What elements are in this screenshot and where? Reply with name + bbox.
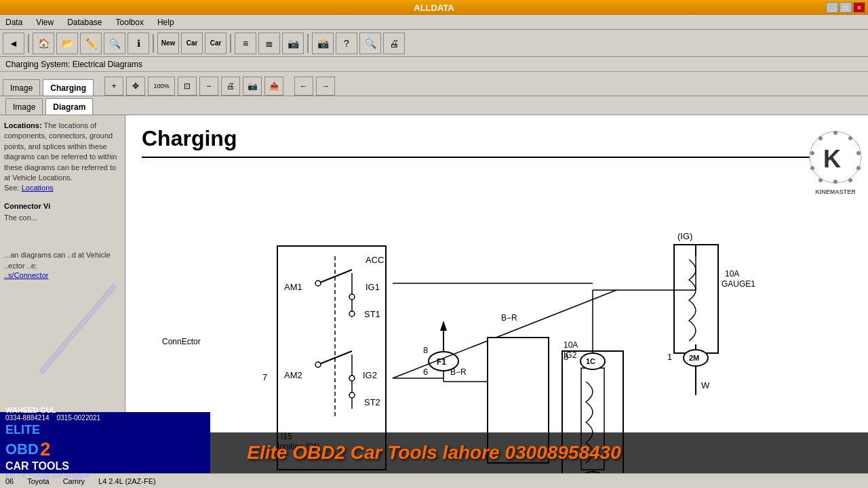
capture-button[interactable]: 📸 bbox=[312, 33, 334, 54]
edit-button[interactable]: ✏️ bbox=[80, 33, 102, 54]
locations-section: Locations: The locations of components, … bbox=[4, 121, 121, 194]
menu-bar: Data View Database Toolbox Help bbox=[0, 15, 868, 30]
maximize-button[interactable]: □ bbox=[840, 2, 852, 13]
car-button[interactable]: Car bbox=[181, 33, 203, 54]
svg-point-47 bbox=[818, 136, 823, 140]
st1-label: ST1 bbox=[364, 309, 380, 319]
svg-point-43 bbox=[833, 180, 837, 184]
num6-label: 6 bbox=[423, 367, 428, 377]
svg-point-44 bbox=[818, 178, 823, 182]
menu-view[interactable]: View bbox=[33, 16, 56, 28]
list-button[interactable]: ≡ bbox=[235, 33, 256, 54]
menu-database[interactable]: Database bbox=[64, 16, 104, 28]
toolbar-separator-3 bbox=[230, 34, 231, 53]
export-button[interactable]: 📤 bbox=[264, 77, 283, 96]
menu-help[interactable]: Help bbox=[155, 16, 177, 28]
10a-gauge1-label: 10A bbox=[725, 269, 739, 279]
pan-button[interactable]: ✥ bbox=[126, 77, 145, 96]
breadcrumb-text: Charging System: Electrical Diagrams bbox=[5, 60, 142, 69]
window-controls[interactable]: _ □ × bbox=[826, 2, 865, 13]
print-button[interactable]: 🖨 bbox=[383, 33, 405, 54]
svg-point-5 bbox=[349, 294, 355, 300]
svg-marker-14 bbox=[440, 321, 447, 331]
app-title: ALLDATA bbox=[414, 3, 454, 13]
zoom-out-button[interactable]: − bbox=[199, 77, 218, 96]
zoom-100-button[interactable]: 100% bbox=[148, 77, 175, 96]
card-obd: OBD bbox=[5, 441, 39, 458]
connector-text2: ...an diagrams can ..d at Vehicle ..ecto… bbox=[4, 250, 121, 271]
tab-charging[interactable]: Charging bbox=[43, 79, 94, 96]
kinemaster-logo: K KINEMASTER bbox=[808, 130, 863, 184]
num1-2m-label: 1 bbox=[667, 352, 672, 362]
menu-toolbox[interactable]: Toolbox bbox=[113, 16, 146, 28]
card-name: WAHEED GUL bbox=[5, 406, 205, 414]
tab-image-2[interactable]: Image bbox=[5, 98, 43, 115]
zoom-fit-button[interactable]: ⊡ bbox=[178, 77, 197, 96]
num8-1c-label: 8 bbox=[564, 352, 568, 362]
arrow-right-button[interactable]: → bbox=[316, 77, 335, 96]
svg-point-6 bbox=[349, 311, 355, 317]
card-phones: 0334-8884214 0315-0022021 bbox=[5, 414, 205, 422]
snap-button[interactable]: 📷 bbox=[243, 77, 262, 96]
b-r-ig2-label: B−R bbox=[450, 367, 467, 377]
minimize-button[interactable]: _ bbox=[826, 2, 838, 13]
toolbar-separator-4 bbox=[307, 34, 309, 53]
home-button[interactable]: 🏠 bbox=[33, 33, 54, 54]
zoom-in-button[interactable]: + bbox=[104, 77, 123, 96]
toolbar-separator-2 bbox=[153, 34, 154, 53]
acc-label: ACC bbox=[366, 255, 384, 265]
svg-point-41 bbox=[856, 166, 861, 170]
diagram-divider bbox=[142, 157, 852, 158]
main-toolbar: ◄ 🏠 📂 ✏️ 🔍 ℹ New Car Car ≡ ≣ 📷 📸 ? 🔍 🖨 bbox=[0, 30, 868, 57]
new-button[interactable]: New bbox=[157, 33, 179, 54]
num7-label: 7 bbox=[262, 372, 267, 382]
gauge1-label: GAUGE1 bbox=[722, 279, 755, 289]
ig-label: (IG) bbox=[677, 231, 692, 241]
st2-label: ST2 bbox=[364, 397, 380, 407]
connector-title: Connector Vi bbox=[4, 202, 121, 210]
back-button[interactable]: ◄ bbox=[3, 33, 24, 54]
connector-link[interactable]: ..s/Connector bbox=[4, 271, 48, 279]
svg-point-38 bbox=[833, 131, 837, 135]
print2-button[interactable]: 🖨 bbox=[221, 77, 240, 96]
am1-label: AM1 bbox=[284, 282, 302, 292]
svg-point-11 bbox=[349, 392, 355, 398]
menu-data[interactable]: Data bbox=[3, 16, 25, 28]
toolbar-separator bbox=[28, 34, 29, 53]
locations-link[interactable]: Locations bbox=[22, 184, 54, 192]
search-button[interactable]: 🔍 bbox=[104, 33, 125, 54]
zoom-button[interactable]: 🔍 bbox=[359, 33, 381, 54]
b-r-top-label: B−R bbox=[501, 313, 517, 323]
recar-button[interactable]: Car bbox=[205, 33, 226, 54]
num8-f1-label: 8 bbox=[423, 345, 428, 355]
pen-overlay bbox=[0, 264, 125, 400]
close-button[interactable]: × bbox=[853, 2, 865, 13]
diagram-title: Charging bbox=[125, 115, 868, 157]
list2-button[interactable]: ≣ bbox=[258, 33, 280, 54]
info-button[interactable]: ℹ bbox=[127, 33, 149, 54]
arrow-left-button[interactable]: ← bbox=[294, 77, 313, 96]
locations-title: Locations: bbox=[4, 121, 42, 129]
svg-point-10 bbox=[349, 375, 355, 381]
svg-point-9 bbox=[315, 362, 321, 367]
connector-section: Connector Vi The con... ...an diagrams c… bbox=[4, 202, 121, 279]
tab-image-1[interactable]: Image bbox=[3, 79, 40, 96]
photo-button[interactable]: 📷 bbox=[282, 33, 304, 54]
open-button[interactable]: 📂 bbox=[56, 33, 78, 54]
w-label: W bbox=[701, 380, 710, 390]
svg-text:1C: 1C bbox=[586, 357, 595, 365]
svg-point-39 bbox=[848, 136, 852, 140]
question-button[interactable]: ? bbox=[336, 33, 357, 54]
card-brand-prefix: ELITE bbox=[5, 423, 40, 437]
corner-card: WAHEED GUL 0334-8884214 0315-0022021 ELI… bbox=[0, 412, 210, 473]
ig2-label: IG2 bbox=[363, 370, 377, 380]
svg-line-1 bbox=[42, 283, 117, 371]
svg-text:K: K bbox=[823, 145, 841, 173]
tab-diagram[interactable]: Diagram bbox=[45, 98, 93, 115]
connector-text: The con... bbox=[4, 213, 121, 223]
kinemaster-text: KINEMASTER bbox=[808, 188, 863, 195]
am2-label: AM2 bbox=[284, 370, 302, 380]
card-2: 2 bbox=[40, 439, 51, 460]
see-label: See: bbox=[4, 184, 20, 192]
svg-point-40 bbox=[856, 151, 861, 155]
